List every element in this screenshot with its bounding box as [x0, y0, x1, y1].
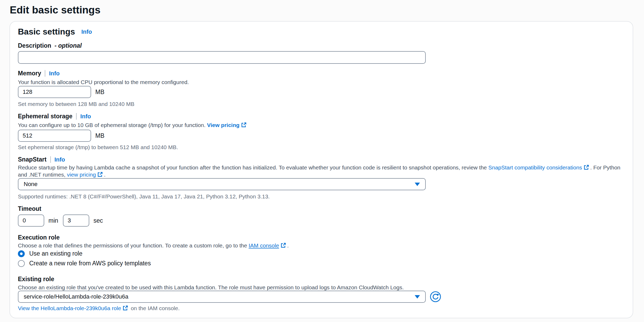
- description-label-text: Description: [18, 42, 51, 49]
- ephemeral-label-row: Ephemeral storage Info: [18, 113, 91, 120]
- snapstart-description-text: Reduce startup time by having Lambda cac…: [18, 164, 488, 170]
- memory-input-row: MB: [18, 86, 105, 98]
- snapstart-info-link[interactable]: Info: [55, 156, 65, 163]
- basic-settings-panel: Basic settings Info Description - option…: [9, 21, 633, 318]
- ephemeral-label: Ephemeral storage: [18, 113, 72, 120]
- iam-console-link[interactable]: IAM console: [249, 242, 279, 248]
- timeout-minutes-unit: min: [48, 217, 58, 224]
- ephemeral-info-link[interactable]: Info: [80, 113, 91, 120]
- ephemeral-storage-input[interactable]: [18, 130, 91, 142]
- radio-label: Use an existing role: [29, 250, 82, 257]
- timeout-seconds-input[interactable]: [63, 214, 89, 227]
- ephemeral-unit: MB: [95, 132, 105, 139]
- memory-input[interactable]: [18, 86, 91, 98]
- snapstart-runtimes: Supported runtimes: .NET 8 (C#/F#/PowerS…: [18, 193, 270, 200]
- execution-role-label: Execution role: [18, 234, 60, 241]
- view-role-suffix: on the IAM console.: [129, 305, 180, 311]
- memory-label: Memory: [18, 70, 41, 77]
- caret-down-icon: [415, 295, 420, 299]
- execution-role-description: Choose a role that defines the permissio…: [18, 242, 289, 249]
- radio-use-existing-role[interactable]: Use an existing role: [18, 250, 82, 257]
- existing-role-label: Existing role: [18, 276, 54, 283]
- external-link-icon: [583, 165, 589, 170]
- timeout-minutes-input[interactable]: [18, 214, 44, 227]
- existing-role-description: Choose an existing role that you've crea…: [18, 284, 404, 291]
- description-optional-text: - optional: [55, 42, 82, 49]
- panel-header: Basic settings Info: [18, 27, 92, 37]
- refresh-roles-button[interactable]: [429, 291, 442, 303]
- ephemeral-description: You can configure up to 10 GB of ephemer…: [18, 121, 248, 129]
- panel-title: Basic settings: [18, 27, 75, 37]
- memory-description: Your function is allocated CPU proportio…: [18, 79, 189, 86]
- snapstart-select[interactable]: None: [18, 178, 426, 190]
- snapstart-label-row: SnapStart Info: [18, 156, 65, 163]
- memory-label-row: Memory Info: [18, 70, 60, 77]
- timeout-seconds-unit: sec: [93, 217, 103, 224]
- external-link-icon: [97, 172, 103, 177]
- radio-create-new-role[interactable]: Create a new role from AWS policy templa…: [18, 260, 151, 267]
- external-link-icon: [280, 243, 286, 248]
- radio-selected-icon[interactable]: [18, 250, 25, 257]
- ephemeral-constraint: Set ephemeral storage (/tmp) to between …: [18, 144, 178, 150]
- panel-info-link[interactable]: Info: [81, 28, 92, 35]
- description-label: Description - optional: [18, 42, 82, 49]
- radio-label: Create a new role from AWS policy templa…: [29, 260, 151, 267]
- memory-constraint: Set memory to between 128 MB and 10240 M…: [18, 101, 134, 107]
- label-divider: [45, 70, 45, 77]
- label-divider: [76, 113, 77, 120]
- ephemeral-description-text: You can configure up to 10 GB of ephemer…: [18, 122, 207, 128]
- memory-unit: MB: [95, 89, 105, 96]
- snapstart-description: Reduce startup time by having Lambda cac…: [18, 164, 626, 178]
- view-pricing-link[interactable]: View pricing: [207, 122, 239, 128]
- snapstart-selected-value: None: [24, 181, 38, 188]
- radio-unselected-icon[interactable]: [18, 260, 25, 267]
- view-role-link[interactable]: View the HelloLambda-role-239k0u6a role: [18, 305, 121, 311]
- snapstart-description-text: .: [104, 172, 106, 178]
- memory-info-link[interactable]: Info: [49, 70, 60, 77]
- view-role-row: View the HelloLambda-role-239k0u6a role …: [18, 305, 180, 311]
- existing-role-select[interactable]: service-role/HelloLambda-role-239k0u6a: [18, 291, 426, 303]
- snapstart-compat-link[interactable]: SnapStart compatibility considerations: [488, 164, 582, 170]
- timeout-input-row: min sec: [18, 214, 103, 227]
- snapstart-pricing-link[interactable]: view pricing: [67, 172, 96, 178]
- existing-role-row: service-role/HelloLambda-role-239k0u6a: [18, 291, 442, 303]
- external-link-icon: [241, 122, 246, 128]
- ephemeral-input-row: MB: [18, 130, 105, 142]
- snapstart-label: SnapStart: [18, 156, 47, 163]
- timeout-label: Timeout: [18, 205, 41, 212]
- description-input[interactable]: [18, 51, 426, 64]
- refresh-icon: [429, 291, 442, 303]
- label-divider: [50, 156, 51, 163]
- execution-role-description-text: Choose a role that defines the permissio…: [18, 242, 249, 248]
- page-title: Edit basic settings: [10, 4, 644, 16]
- caret-down-icon: [415, 183, 420, 186]
- execution-role-description-text: .: [287, 242, 289, 248]
- existing-role-selected-value: service-role/HelloLambda-role-239k0u6a: [24, 293, 128, 300]
- external-link-icon: [122, 305, 128, 311]
